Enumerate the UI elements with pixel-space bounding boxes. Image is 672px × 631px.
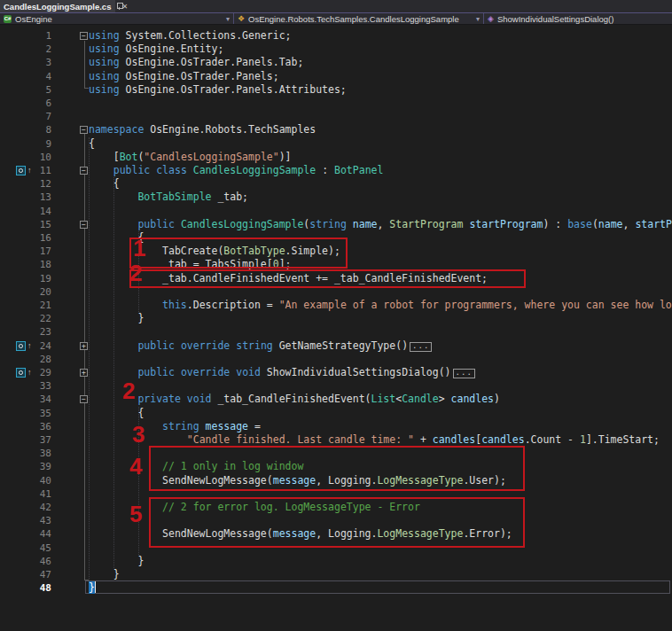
code-line[interactable]: 21 this.Description = "An example of a r… [0,299,672,312]
annotation-number: 2 [129,261,142,285]
code-text: this.Description = "An example of a robo… [89,299,672,312]
code-line[interactable]: 34− private void _tab_CandleFinishedEven… [0,393,672,406]
code-text: private void _tab_CandleFinishedEvent(Li… [89,393,500,406]
code-line[interactable]: 33 [0,379,672,393]
line-number: 14 [18,205,51,218]
code-line[interactable]: 46 } [0,555,672,568]
line-number: 39 [18,460,51,473]
line-number: 7 [18,110,51,123]
collapsed-region-indicator[interactable]: ... [453,369,475,378]
code-line[interactable]: 14 [0,205,672,218]
code-line[interactable]: 6 [0,97,672,110]
text-caret [95,581,96,593]
collapse-fold-icon[interactable]: − [80,32,88,40]
code-line[interactable]: ↑24+ public override string GetNameStrat… [0,339,672,353]
collapse-fold-icon[interactable]: − [80,126,88,134]
line-number: 4 [18,70,51,83]
annotation-number: 4 [129,454,142,479]
vs-editor-window: CandlesLoggingSample.cs ✕ C# OsEngine ▾ … [0,0,672,631]
collapse-fold-icon[interactable]: − [80,167,88,175]
code-line[interactable]: ↑29+ public override void ShowIndividual… [0,366,672,379]
line-number: 40 [18,474,51,487]
line-number: 15 [18,218,51,231]
code-text: using OsEngine.OsTrader.Panels.Tab; [89,56,303,69]
collapse-fold-icon[interactable]: − [80,395,88,403]
code-text: public override void ShowIndividualSetti… [89,366,475,379]
code-line[interactable]: 28 [0,353,672,366]
code-line[interactable]: 10 [Bot("CandlesLoggingSample")] [0,151,672,164]
type-path: OsEngine.Robots.TechSamples.CandlesLoggi… [248,14,459,24]
csharp-project-icon: C# [4,15,12,23]
code-text: using System.Collections.Generic; [89,29,292,43]
line-number: 16 [18,231,51,245]
code-text: public class CandlesLoggingSample : BotP… [89,164,383,177]
annotation-number: 1 [133,236,145,261]
code-line[interactable]: 22 } [0,312,672,325]
code-line[interactable]: 36 string message = [0,420,672,433]
code-line[interactable]: 9{ [0,137,672,151]
line-number: 19 [18,272,51,285]
expand-fold-icon[interactable]: + [80,369,88,377]
code-line[interactable]: 3using OsEngine.OsTrader.Panels.Tab; [0,56,672,69]
code-text: using OsEngine.OsTrader.Panels; [89,70,279,83]
code-line[interactable]: 48} [0,581,672,595]
chevron-down-icon: ▾ [471,15,480,23]
code-line[interactable]: 47 } [0,568,672,581]
line-number: 23 [18,325,51,339]
collapsed-region-indicator[interactable]: ... [410,342,432,352]
code-editor[interactable]: 1−using System.Collections.Generic;2usin… [0,25,672,631]
code-text: string message = [89,420,261,433]
code-line[interactable]: 1−using System.Collections.Generic; [0,29,672,43]
annotation-highlight-box [129,238,348,269]
current-line-border [85,580,670,594]
line-number: 22 [18,312,51,325]
line-number: 11 [18,164,51,177]
document-tab[interactable]: CandlesLoggingSample.cs ✕ [0,0,115,12]
navigation-bar: C# OsEngine ▾ ❖ OsEngine.Robots.TechSamp… [0,12,672,25]
code-line[interactable]: 13 BotTabSimple _tab; [0,191,672,204]
type-dropdown[interactable]: ❖ OsEngine.Robots.TechSamples.CandlesLog… [234,13,484,24]
code-text: namespace OsEngine.Robots.TechSamples [89,123,316,136]
code-text: } [89,581,96,595]
annotation-number: 2 [122,378,135,403]
line-number: 12 [18,177,51,191]
line-number: 18 [18,258,51,271]
annotation-highlight-box [129,269,526,288]
line-number: 48 [18,581,51,595]
code-line[interactable]: 7 [0,110,672,123]
project-name: OsEngine [15,14,52,24]
document-tab-strip: CandlesLoggingSample.cs ✕ [0,0,672,12]
line-number: 3 [18,56,51,69]
code-line[interactable]: 23 [0,325,672,339]
code-line[interactable]: 8−namespace OsEngine.Robots.TechSamples [0,123,672,136]
line-number: 10 [18,151,51,164]
code-line[interactable]: 5using OsEngine.OsTrader.Panels.Attribut… [0,83,672,97]
line-number: 5 [18,83,51,97]
code-line[interactable]: 35 { [0,407,672,420]
project-dropdown[interactable]: C# OsEngine ▾ [0,13,234,24]
code-line[interactable]: 4using OsEngine.OsTrader.Panels; [0,70,672,83]
line-number: 34 [18,393,51,406]
annotation-highlight-box [149,497,525,548]
member-dropdown[interactable]: ◈ ShowIndividualSettingsDialog() [484,13,672,24]
line-number: 38 [18,447,51,460]
annotation-number: 3 [132,422,145,447]
member-name: ShowIndividualSettingsDialog() [497,14,614,24]
code-text: { [89,137,95,151]
code-line[interactable]: 2using OsEngine.Entity; [0,43,672,56]
line-number: 35 [18,407,51,420]
code-line[interactable]: ↑11− public class CandlesLoggingSample :… [0,164,672,177]
collapse-fold-icon[interactable]: − [80,221,88,229]
code-text: BotTabSimple _tab; [89,191,248,204]
code-line[interactable]: 15− public CandlesLoggingSample(string n… [0,218,672,231]
line-number: 45 [18,541,51,555]
line-number: 42 [18,501,51,514]
line-number: 36 [18,420,51,433]
line-number: 41 [18,487,51,501]
code-line[interactable]: 37 "Candle finished. Last candle time: "… [0,433,672,447]
code-text: "Candle finished. Last candle time: " + … [89,433,660,447]
line-number: 33 [18,379,51,393]
expand-fold-icon[interactable]: + [80,342,88,350]
code-line[interactable]: 12 { [0,177,672,191]
line-number: 43 [18,514,51,527]
